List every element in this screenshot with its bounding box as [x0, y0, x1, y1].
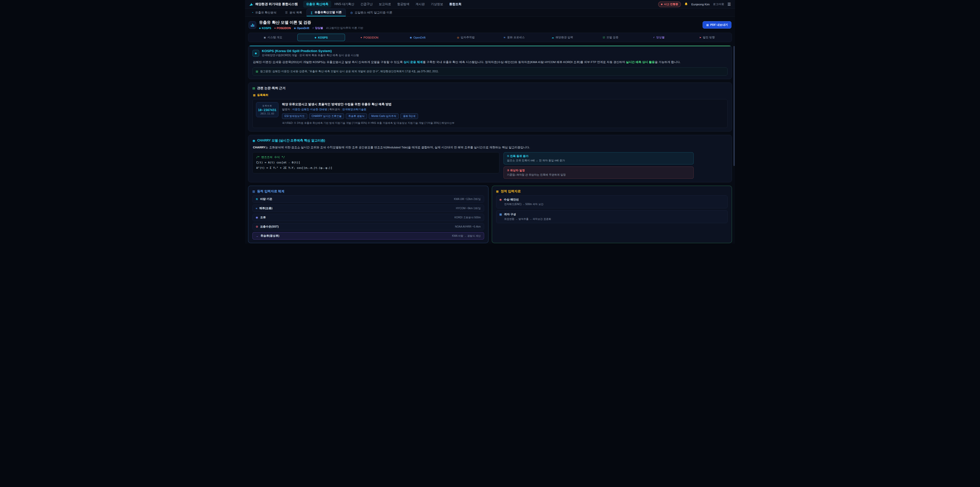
patent-date: 2015.11.03: [257, 112, 277, 115]
kosps-diamond-icon: ◆: [252, 50, 259, 57]
kosps-header: ◆ KOSPS (Korea Oil Spill Prediction Syst…: [252, 49, 728, 57]
input-row-wdc: →취송류(풍성류) KMA 바람 → 경험식 계산: [252, 232, 484, 240]
charry-title: ◉ CHARRY 모델 (실시간 조류예측 핵심 알고리즘): [252, 139, 728, 143]
reference-box: ▤ 참고문헌: 김혜진·이문진·오세웅·강준묵, “유출유 확산 예측 모델의 …: [252, 67, 728, 76]
dynamic-inputs-title: ▥ 동적 입력자료 체계: [252, 189, 484, 193]
nav-item-weather[interactable]: 기상정보: [428, 1, 446, 8]
pdf-export-button[interactable]: ▤ PDF 내보내기: [703, 21, 732, 29]
ring-icon: ◉: [294, 27, 296, 29]
tab-future-direction[interactable]: ➤발전 방향: [683, 34, 731, 41]
particle-icon: ◎: [457, 36, 459, 39]
tab-poseidon[interactable]: ●POSEIDON: [345, 34, 393, 41]
page-header: 유출유 확산 모델 이론 및 검증 ◆KOSPS ●POSEIDON ◉Open…: [248, 20, 732, 30]
input-row-tide: ◉조류 KORDI 조화분석·500m: [252, 214, 484, 221]
registered-patent-badge: ▦ 등록특허: [253, 93, 727, 97]
badge-kosps: ◆KOSPS: [259, 27, 271, 30]
nav-item-aerial-search[interactable]: 항공탐색: [394, 1, 412, 8]
bar-chart-icon: ▥: [252, 190, 255, 193]
pin-icon: ◉: [500, 198, 502, 201]
tab-system-overview[interactable]: ▣시스템 개요: [249, 34, 297, 41]
nav-item-reports[interactable]: 보고자료: [376, 1, 394, 8]
tide-icon: ◉: [256, 216, 258, 219]
chart-icon: [248, 21, 256, 29]
tag-esi-map[interactable]: ESI 방제정보지도: [282, 113, 307, 119]
subtab-oilfence-theory[interactable]: ◎ 오일펜스 배치 알고리즘 이론: [346, 9, 396, 16]
nav-item-spill-prediction[interactable]: 유출유 확산예측: [303, 1, 331, 8]
monitor-icon: ▣: [264, 36, 266, 39]
dynamic-inputs-card: ▥ 동적 입력자료 체계 ≋바람·기온 KMA UM·~12km·2회/일 ≈해…: [248, 186, 488, 243]
highlight-realtime-use: 실시간 예측 상시 활용: [626, 61, 655, 64]
subtab-model-theory[interactable]: ∑ 유출유확산모델 이론: [307, 9, 346, 16]
current-icon: ≈: [256, 207, 257, 210]
patent-assignee: 한국해양과학기술원: [342, 108, 366, 111]
book-icon: ▤: [256, 70, 258, 73]
tag-wdc-formula[interactable]: 취송류 경험식: [346, 113, 367, 119]
patent-section-title: ▤ 관련 논문·특허 근거: [252, 86, 728, 90]
tab-opendrift[interactable]: ◉OpenDrift: [394, 34, 442, 41]
static-row-bathymetry: ◉수심·해안선 전자해도(ENC) → 500m 격자 보간: [496, 195, 728, 208]
kosps-title: KOSPS (Korea Oil Spill Prediction System…: [262, 49, 359, 53]
callout-amplitude: ① 진폭 동위 증가 검조소 조위 진폭이 n배 → 전 격자 동일 n배 증가: [504, 152, 694, 164]
swirl-icon: ◉: [252, 139, 255, 142]
notification-bell-icon[interactable]: [684, 2, 688, 6]
tab-kosps[interactable]: ◆KOSPS: [298, 34, 345, 41]
subtab-spill-analysis[interactable]: ◔ 유출유 확산분석: [248, 9, 280, 16]
papers-icon: ▤: [252, 86, 255, 90]
incident-dot-icon: [661, 3, 662, 5]
nav-item-rescue[interactable]: 긴급구난: [358, 1, 375, 8]
static-inputs-title: ▦ 정적 입력자료: [496, 189, 728, 193]
badge-opendrift: ◉OpenDrift: [294, 27, 309, 30]
topnav-right: 사고 진행중 Eunjeong Kim 로그아웃 ☰: [658, 2, 731, 7]
hamburger-menu-icon[interactable]: ☰: [728, 2, 731, 6]
kosps-description: 김혜진·이문진·오세웅·강준묵(2011)이 개발한 KOSPS는 유출오염사고…: [253, 60, 727, 65]
patent-inventors: 이문진·김혜진·이승현·전태병: [292, 108, 327, 111]
tag-charry-model[interactable]: CHARRY 실시간 조류모델: [309, 113, 344, 119]
tag-weathering-5[interactable]: 풍화 5단계: [401, 113, 418, 119]
diamond-icon: ◆: [259, 27, 261, 29]
code-comment: /* 변조조석 수식 */: [256, 155, 496, 160]
tab-weathering[interactable]: ≋풍화 프로세스: [490, 34, 538, 41]
tab-model-validation[interactable]: ☑모델 검증: [587, 34, 635, 41]
thermometer-icon: ⊙: [256, 225, 258, 228]
rocket-icon: ➤: [699, 36, 701, 39]
page-title: 유출유 확산 모델 이론 및 검증: [259, 20, 363, 25]
code-line: A²(t) = Σ Yᵢ² + 2Σ YᵢYⱼ cos[(σᵢ-σⱼ)t-(φᵢ…: [256, 166, 496, 171]
model-tab-strip: ▣시스템 개요 ◆KOSPS ●POSEIDON ◉OpenDrift ◎입자추…: [248, 33, 732, 42]
circle-icon: ●: [274, 27, 275, 29]
nav-item-board[interactable]: 게시판: [413, 1, 428, 8]
charry-content: /* 변조조석 수식 */ ζ(t) = A(t) cos[σt - θ(t)]…: [252, 152, 728, 179]
badge-poseidon: ●POSEIDON: [274, 27, 291, 30]
input-row-sst: ⊙표층수온(SST) NOAA AVHRR·~5.4km: [252, 223, 484, 230]
scrollbar-thumb[interactable]: [733, 46, 735, 166]
page-titles: 유출유 확산 모델 이론 및 검증 ◆KOSPS ●POSEIDON ◉Open…: [259, 20, 363, 30]
list-icon: ☰: [285, 11, 288, 14]
subtab-analysis-list[interactable]: ☰ 분석 목록: [281, 9, 306, 16]
reference-text: 참고문헌: 김혜진·이문진·오세웅·강준묵, “유출유 확산 예측 모델의 상시…: [260, 70, 439, 73]
patent-number-label: 등록번호: [257, 104, 277, 107]
brand[interactable]: 해양환경 위기대응 통합시스템: [249, 2, 298, 6]
wave-icon: ≋: [504, 36, 506, 39]
tab-ensemble[interactable]: ⚡앙상블: [635, 34, 682, 41]
input-row-current: ≈해류(표층) HYCOM·~9km·1회/일: [252, 204, 484, 212]
patent-number-box: 등록번호 10-1567431 2015.11.03: [256, 102, 278, 117]
modulated-tide-code: /* 변조조석 수식 */ ζ(t) = A(t) cos[σt - θ(t)]…: [252, 152, 500, 173]
main-content: 유출유 확산 모델 이론 및 검증 ◆KOSPS ●POSEIDON ◉Open…: [245, 17, 735, 244]
highlight-realtime-system: 상시 운용 체계: [404, 61, 423, 64]
national-rnd-note: 국가R&D: ① 3차원 유출유 확산예측 기반 방제 지원기술 개발 (기여율…: [282, 121, 724, 125]
patent-meta: 발명자 : 이문진·김혜진·이승현·전태병 | 특허권자 : 한국해양과학기술원: [282, 108, 724, 111]
tag-monte-carlo[interactable]: Monte Carlo 입자추적: [369, 113, 399, 119]
logout-link[interactable]: 로그아웃: [713, 2, 724, 6]
brand-title: 해양환경 위기대응 통합시스템: [255, 2, 298, 6]
incident-status-badge[interactable]: 사고 진행중: [658, 2, 681, 7]
tab-ocean-env-input[interactable]: ☁해양환경 입력: [538, 34, 586, 41]
tab-particle-tracking[interactable]: ◎입자추적법: [442, 34, 490, 41]
nav-item-integrated-search[interactable]: 통합조회: [446, 1, 464, 8]
charry-callouts: ① 진폭 동위 증가 검조소 조위 진폭이 n배 → 전 격자 동일 n배 증가…: [504, 152, 694, 179]
lightning-icon: ⚡: [312, 27, 314, 29]
charry-code-column: /* 변조조석 수식 */ ζ(t) = A(t) cos[σt - θ(t)]…: [252, 152, 500, 173]
cloud-icon: ☁: [552, 36, 554, 39]
code-line: ζ(t) = A(t) cos[σt - θ(t)]: [256, 160, 496, 166]
kosps-subtitle: 한국해양연구원(KORDI) 개발 · 한국 해역 특화 유출유 확산 예측 상…: [262, 54, 359, 57]
nav-item-hns[interactable]: HNS·대기확산: [332, 1, 357, 8]
charry-description: CHARRY는 조화분석에 의한 검조소 실시간 조위와 조석 수치모델링에 의…: [253, 145, 727, 150]
